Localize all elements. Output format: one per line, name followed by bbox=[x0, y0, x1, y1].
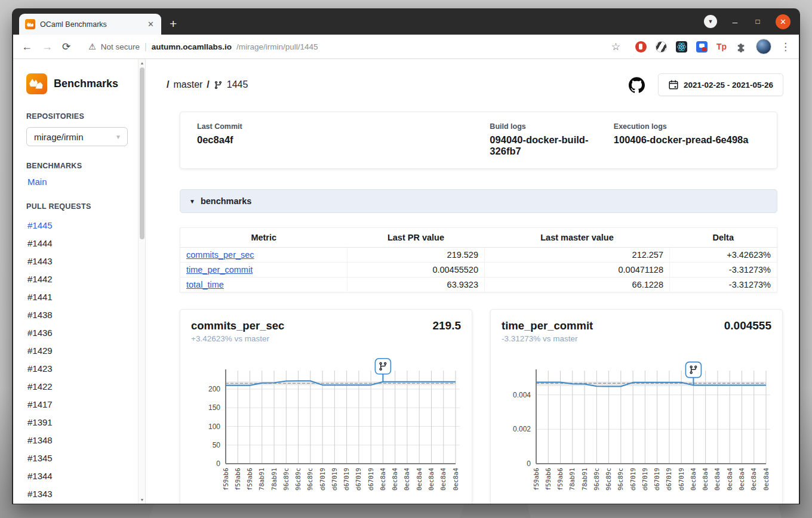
x-axis-commit-label: 96c89c bbox=[294, 468, 302, 491]
extensions-puzzle-icon[interactable] bbox=[736, 41, 747, 53]
metric-link[interactable]: total_time bbox=[186, 280, 224, 289]
react-devtools-extension-icon[interactable] bbox=[676, 41, 687, 53]
sidebar-item-pr[interactable]: #1345 bbox=[26, 450, 145, 468]
chart-subtitle: -3.31273% vs master bbox=[502, 334, 771, 343]
sidebar-item-pr[interactable]: #1348 bbox=[26, 432, 145, 450]
github-icon[interactable] bbox=[629, 77, 645, 93]
tab-close-icon[interactable]: ✕ bbox=[146, 20, 155, 29]
sidebar-item-pr[interactable]: #1417 bbox=[26, 396, 145, 414]
sidebar-item-pr[interactable]: #1443 bbox=[26, 253, 145, 271]
x-axis-commit-label: d67019 bbox=[367, 468, 374, 491]
last-pr-value: 63.9323 bbox=[347, 278, 485, 292]
sidebar-item-pr[interactable]: #1444 bbox=[26, 235, 145, 253]
maximize-button[interactable]: □ bbox=[753, 17, 762, 26]
bookmark-star-button[interactable]: ☆ bbox=[611, 41, 620, 53]
privacy-extension-icon[interactable] bbox=[696, 41, 708, 53]
sidebar-item-pr[interactable]: #1441 bbox=[26, 289, 145, 307]
chart-plot-commits_per_sec: 050100150200f59ab6f59ab6f59ab678ab9178ab… bbox=[191, 346, 461, 503]
sidebar-item-main[interactable]: Main bbox=[27, 177, 145, 187]
sidebar-scrollbar-thumb[interactable] bbox=[140, 67, 144, 239]
sidebar-item-pr[interactable]: #1344 bbox=[26, 468, 145, 486]
metric-link[interactable]: commits_per_sec bbox=[186, 250, 254, 260]
ublock-extension-icon[interactable] bbox=[635, 41, 647, 53]
x-axis-commit-label: f59ab6 bbox=[246, 468, 253, 491]
table-row: commits_per_sec219.529212.257+3.42623% bbox=[180, 248, 777, 263]
svg-text:0.002: 0.002 bbox=[513, 425, 531, 433]
metric-link[interactable]: time_per_commit bbox=[186, 265, 253, 275]
x-axis-commit-label: 0ec8a4 bbox=[713, 468, 721, 491]
sidebar-scrollbar[interactable]: ▲ ▼ bbox=[138, 59, 145, 504]
x-axis-commit-label: 96c89c bbox=[306, 468, 313, 491]
x-axis-commit-label: d67019 bbox=[641, 468, 648, 491]
sidebar-item-pr[interactable]: #1436 bbox=[26, 325, 145, 343]
x-axis-commit-label: 0ec8a4 bbox=[416, 468, 423, 491]
last-master-value: 212.257 bbox=[485, 248, 670, 263]
chart-card-time_per_commit: time_per_commit0.004555-3.31273% vs mast… bbox=[490, 309, 783, 504]
not-secure-label[interactable]: Not secure bbox=[101, 42, 140, 51]
last-master-value: 66.1228 bbox=[485, 278, 670, 292]
col-header-last-pr: Last PR value bbox=[347, 228, 485, 248]
delta-value: +3.42623% bbox=[670, 248, 777, 263]
x-axis-commit-label: 0ec8a4 bbox=[439, 468, 447, 491]
last-pr-value: 219.529 bbox=[347, 248, 485, 263]
sidebar-item-pr[interactable]: #1423 bbox=[26, 360, 145, 378]
scroll-down-icon[interactable]: ▼ bbox=[139, 496, 146, 504]
forward-button[interactable]: → bbox=[42, 41, 53, 53]
last-commit-value: 0ec8a4f bbox=[197, 134, 490, 146]
info-block-last-commit: Last Commit 0ec8a4f bbox=[197, 122, 490, 157]
x-axis-commit-label: 0ec8a4 bbox=[391, 468, 398, 491]
svg-text:0.004: 0.004 bbox=[513, 391, 531, 399]
sidebar: Benchmarks REPOSITORIES mirage/irmin ▼ B… bbox=[13, 59, 146, 504]
x-axis-commit-label: d67019 bbox=[678, 468, 685, 491]
back-button[interactable]: ← bbox=[21, 41, 32, 53]
repositories-label: REPOSITORIES bbox=[26, 112, 145, 121]
x-axis-commit-label: d67019 bbox=[665, 468, 672, 491]
git-branch-marker-icon[interactable] bbox=[375, 359, 390, 374]
tp-extension-icon[interactable]: Tp bbox=[716, 41, 727, 53]
profile-avatar[interactable] bbox=[756, 39, 771, 54]
browser-titlebar: OCaml Benchmarks ✕ + ▼ – □ ✕ bbox=[13, 8, 799, 35]
benchmarks-section-label: benchmarks bbox=[201, 196, 251, 206]
url-path[interactable]: /mirage/irmin/pull/1445 bbox=[236, 42, 318, 51]
last-pr-value: 0.00455520 bbox=[347, 263, 485, 278]
browser-tab[interactable]: OCaml Benchmarks ✕ bbox=[19, 14, 161, 35]
x-axis-commit-label: 0ec8a4 bbox=[762, 468, 770, 491]
svg-text:0: 0 bbox=[216, 460, 220, 468]
table-header-row: Metric Last PR value Last master value D… bbox=[180, 228, 777, 248]
browser-toolbar: ← → ⟳ ⚠ Not secure | autumn.ocamllabs.io… bbox=[13, 35, 799, 59]
sidebar-item-pr[interactable]: #1343 bbox=[26, 486, 145, 504]
breadcrumb-separator: / bbox=[167, 79, 169, 90]
delta-value: -3.31273% bbox=[670, 263, 777, 278]
x-axis-commit-label: 0ec8a4 bbox=[750, 468, 757, 491]
x-axis-commit-label: 78ab91 bbox=[270, 468, 278, 491]
sidebar-item-pr[interactable]: #1422 bbox=[26, 378, 145, 396]
new-tab-button[interactable]: + bbox=[170, 17, 177, 31]
minimize-button[interactable]: – bbox=[730, 17, 740, 27]
sidebar-item-pr[interactable]: #1445 bbox=[26, 217, 145, 235]
x-axis-commit-label: 96c89c bbox=[617, 468, 624, 491]
breadcrumb-pr-number[interactable]: 1445 bbox=[227, 79, 248, 90]
git-branch-marker-icon[interactable] bbox=[685, 362, 701, 378]
reload-button[interactable]: ⟳ bbox=[62, 41, 70, 53]
breadcrumb-branch[interactable]: master bbox=[173, 79, 202, 90]
browser-menu-button[interactable]: ⋮ bbox=[780, 41, 791, 53]
repository-select[interactable]: mirage/irmin ▼ bbox=[26, 127, 128, 146]
address-bar[interactable]: ⚠ Not secure | autumn.ocamllabs.io/mirag… bbox=[80, 42, 601, 51]
info-label: Execution logs bbox=[614, 122, 760, 131]
url-divider: | bbox=[144, 42, 147, 51]
badger-extension-icon[interactable] bbox=[656, 41, 667, 53]
scroll-up-icon[interactable]: ▲ bbox=[139, 59, 146, 67]
benchmarks-section-toggle[interactable]: ▼ benchmarks bbox=[180, 189, 777, 213]
table-row: total_time63.932366.1228-3.31273% bbox=[180, 278, 777, 292]
url-host[interactable]: autumn.ocamllabs.io bbox=[152, 42, 232, 51]
tab-search-button[interactable]: ▼ bbox=[704, 15, 717, 28]
build-logs-value: 094040-docker-build-326fb7 bbox=[490, 134, 613, 157]
sidebar-item-pr[interactable]: #1442 bbox=[26, 271, 145, 289]
sidebar-item-pr[interactable]: #1391 bbox=[26, 414, 145, 432]
date-range-picker[interactable]: 2021-02-25 - 2021-05-26 bbox=[658, 73, 783, 96]
sidebar-item-pr[interactable]: #1429 bbox=[26, 343, 145, 360]
chart-current-value: 219.5 bbox=[432, 319, 461, 332]
sidebar-item-pr[interactable]: #1438 bbox=[26, 307, 145, 325]
svg-text:100: 100 bbox=[208, 423, 220, 431]
close-button[interactable]: ✕ bbox=[776, 14, 791, 29]
